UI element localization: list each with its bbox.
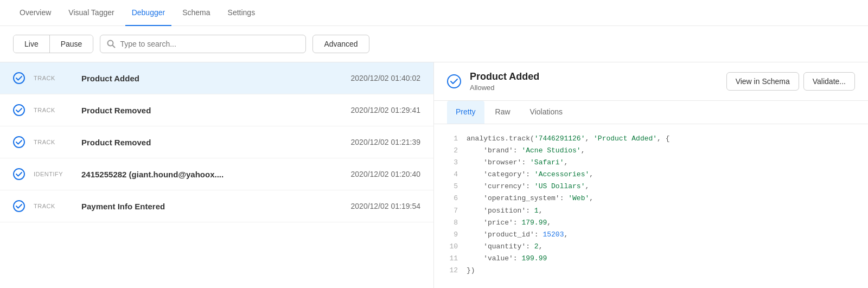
line-content: 'product_id': 15203,: [467, 229, 568, 241]
live-pause-group: Live Pause: [13, 35, 93, 53]
check-circle-icon: [13, 72, 25, 84]
line-number: 12: [447, 265, 458, 277]
line-number: 4: [447, 169, 458, 181]
line-number: 10: [447, 241, 458, 253]
top-nav: Overview Visual Tagger Debugger Schema S…: [0, 0, 868, 26]
code-line: 9 'product_id': 15203,: [447, 229, 855, 241]
line-content: 'position': 1,: [467, 205, 542, 217]
event-name: Product Removed: [81, 106, 342, 115]
code-line: 6 'operating_system': 'Web',: [447, 193, 855, 204]
event-time: 2020/12/02 01:19:54: [351, 202, 420, 210]
tab-schema[interactable]: Schema: [176, 0, 216, 26]
check-circle-icon: [13, 200, 25, 212]
detail-title: Product Added: [470, 71, 718, 82]
code-line: 4 'category': 'Accessories',: [447, 169, 855, 181]
event-time: 2020/12/02 01:40:02: [351, 74, 420, 82]
line-number: 2: [447, 145, 458, 157]
line-content: 'price': 179.99,: [467, 217, 551, 229]
svg-point-4: [14, 137, 24, 148]
svg-point-5: [14, 169, 24, 180]
check-circle-icon: [13, 136, 25, 148]
code-line: 8 'price': 179.99,: [447, 217, 855, 229]
code-line: 2 'brand': 'Acne Studios',: [447, 145, 855, 157]
tab-debugger[interactable]: Debugger: [125, 0, 172, 26]
event-name: Payment Info Entered: [81, 202, 342, 211]
event-type: TRACK: [34, 107, 73, 113]
live-button[interactable]: Live: [14, 35, 50, 53]
svg-point-7: [448, 75, 461, 88]
check-circle-icon: [13, 168, 25, 180]
line-number: 1: [447, 133, 458, 145]
right-panel: Product Added Allowed View in Schema Val…: [434, 62, 868, 288]
line-content: analytics.track('7446291126', 'Product A…: [467, 133, 670, 145]
tab-settings[interactable]: Settings: [221, 0, 262, 26]
line-number: 11: [447, 253, 458, 265]
line-content: 'browser': 'Safari',: [467, 157, 568, 169]
detail-actions: View in Schema Validate...: [726, 72, 855, 91]
event-row[interactable]: IDENTIFY2415255282 (giant.hound@yahoox..…: [0, 158, 433, 190]
toolbar: Live Pause Advanced: [0, 26, 868, 62]
svg-line-1: [113, 46, 116, 48]
svg-point-0: [108, 41, 113, 46]
detail-header: Product Added Allowed View in Schema Val…: [434, 62, 868, 101]
tab-pretty[interactable]: Pretty: [447, 101, 484, 124]
check-circle-icon: [447, 74, 461, 88]
event-list: TRACKProduct Added2020/12/02 01:40:02TRA…: [0, 62, 434, 288]
line-content: 'operating_system': 'Web',: [467, 193, 593, 204]
pause-button[interactable]: Pause: [50, 35, 93, 53]
event-time: 2020/12/02 01:21:39: [351, 138, 420, 146]
search-wrapper: [100, 35, 306, 53]
search-input[interactable]: [120, 40, 299, 48]
code-block: 1analytics.track('7446291126', 'Product …: [434, 124, 868, 288]
event-row[interactable]: TRACKPayment Info Entered2020/12/02 01:1…: [0, 190, 433, 222]
line-number: 5: [447, 181, 458, 193]
tab-violations[interactable]: Violations: [521, 101, 571, 124]
code-line: 5 'currency': 'US Dollars',: [447, 181, 855, 193]
detail-status: Allowed: [470, 84, 718, 92]
code-line: 1analytics.track('7446291126', 'Product …: [447, 133, 855, 145]
line-content: 'brand': 'Acne Studios',: [467, 145, 585, 157]
detail-info: Product Added Allowed: [470, 71, 718, 92]
event-row[interactable]: TRACKProduct Removed2020/12/02 01:29:41: [0, 94, 433, 126]
svg-point-3: [14, 105, 24, 116]
event-name: Product Added: [81, 74, 342, 83]
line-number: 3: [447, 157, 458, 169]
content-tabs: Pretty Raw Violations: [434, 101, 868, 124]
tab-overview[interactable]: Overview: [13, 0, 58, 26]
line-content: 'category': 'Accessories',: [467, 169, 593, 181]
tab-raw[interactable]: Raw: [487, 101, 519, 124]
event-type: TRACK: [34, 75, 73, 81]
line-content: }): [467, 265, 475, 277]
view-in-schema-button[interactable]: View in Schema: [726, 72, 799, 91]
event-time: 2020/12/02 01:29:41: [351, 106, 420, 114]
line-number: 9: [447, 229, 458, 241]
event-type: TRACK: [34, 139, 73, 145]
line-content: 'quantity': 2,: [467, 241, 542, 253]
event-row[interactable]: TRACKProduct Removed2020/12/02 01:21:39: [0, 126, 433, 158]
validate-button[interactable]: Validate...: [803, 72, 855, 91]
code-line: 11 'value': 199.99: [447, 253, 855, 265]
code-line: 12}): [447, 265, 855, 277]
event-type: TRACK: [34, 203, 73, 209]
event-name: 2415255282 (giant.hound@yahoox....: [81, 170, 342, 179]
event-row[interactable]: TRACKProduct Added2020/12/02 01:40:02: [0, 62, 433, 94]
event-type: IDENTIFY: [34, 171, 73, 177]
event-time: 2020/12/02 01:20:40: [351, 170, 420, 178]
tab-visual-tagger[interactable]: Visual Tagger: [62, 0, 120, 26]
advanced-button[interactable]: Advanced: [312, 35, 369, 53]
svg-point-2: [14, 73, 24, 84]
line-content: 'currency': 'US Dollars',: [467, 181, 589, 193]
check-circle-icon: [13, 104, 25, 116]
code-line: 7 'position': 1,: [447, 205, 855, 217]
svg-point-6: [14, 201, 24, 212]
code-line: 10 'quantity': 2,: [447, 241, 855, 253]
line-content: 'value': 199.99: [467, 253, 547, 265]
line-number: 8: [447, 217, 458, 229]
line-number: 6: [447, 193, 458, 204]
code-line: 3 'browser': 'Safari',: [447, 157, 855, 169]
event-name: Product Removed: [81, 138, 342, 147]
search-icon: [107, 40, 116, 48]
main-layout: TRACKProduct Added2020/12/02 01:40:02TRA…: [0, 62, 868, 288]
line-number: 7: [447, 205, 458, 217]
